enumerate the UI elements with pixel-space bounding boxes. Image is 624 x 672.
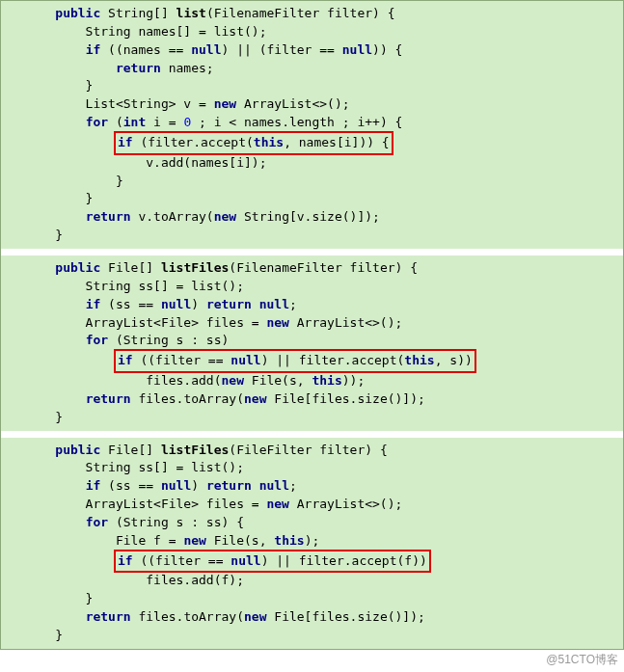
code-container: public String[] list(FilenameFilter filt… [0,0,624,650]
code-block-1: public String[] list(FilenameFilter filt… [1,1,623,249]
highlight-box-1: if (filter.accept(this, names[i])) { [114,131,393,155]
highlight-box-2: if ((filter == null) || filter.accept(th… [114,349,476,373]
code-block-3: public File[] listFiles(FileFilter filte… [1,437,623,649]
highlight-box-3: if ((filter == null) || filter.accept(f)… [114,550,431,574]
code-block-2: public File[] listFiles(FilenameFilter f… [1,255,623,431]
